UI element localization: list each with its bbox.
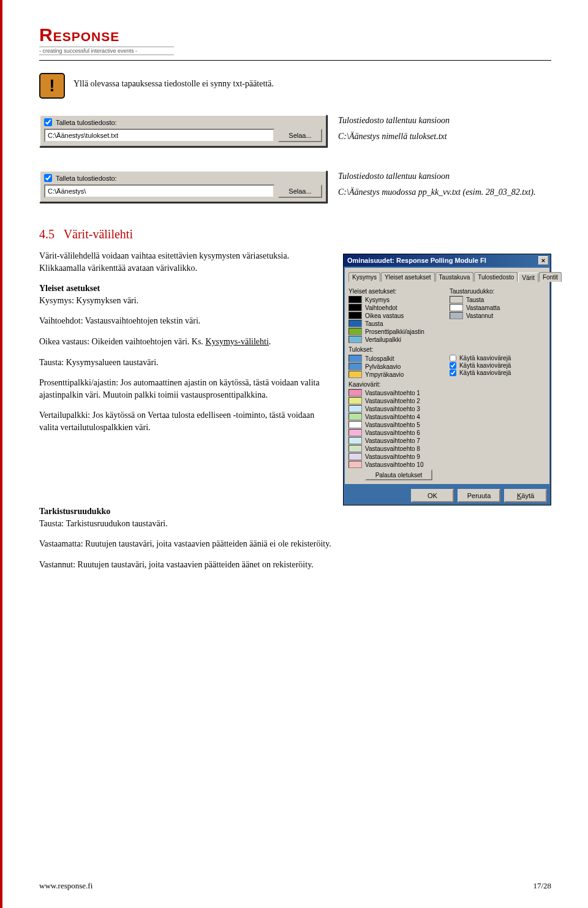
yleiset-row-3-swatch[interactable] xyxy=(349,320,362,327)
warning-text: Yllä olevassa tapauksessa tiedostolle ei… xyxy=(74,73,274,89)
dialog-title: Ominaisuudet: Response Polling Module FI xyxy=(347,257,486,264)
properties-dialog: Ominaisuudet: Response Polling Module FI… xyxy=(343,254,551,505)
tab-tulostiedosto[interactable]: Tulostiedosto xyxy=(474,272,518,282)
tausta-text: Tausta: Kysymysalueen taustaväri. xyxy=(39,357,331,369)
yleiset-row-4-swatch[interactable] xyxy=(349,328,362,335)
reset-defaults-button[interactable]: Palauta oletukset xyxy=(365,469,432,480)
kaavio-row-5-label: Vastausvaihtoehto 6 xyxy=(365,429,420,436)
tausta-row-0-swatch[interactable] xyxy=(450,296,463,303)
tulokset-chk-row-2: Käytä kaaviovärejä xyxy=(450,369,546,376)
tab-kysymys[interactable]: Kysymys xyxy=(349,272,380,282)
tulokset-row-0: Tulospalkit xyxy=(349,355,450,362)
yleiset-row-1: Vaihtoehdot xyxy=(349,304,450,311)
ok-button[interactable]: OK xyxy=(411,489,454,502)
warning-icon: ! xyxy=(39,73,65,99)
tausta-row-2-swatch[interactable] xyxy=(450,312,463,319)
logo-text: Response xyxy=(39,25,551,45)
use-chart-colors-label-1: Käytä kaaviovärejä xyxy=(459,362,511,369)
save-panel-1: Talleta tulostiedosto: Selaa... xyxy=(39,115,327,147)
tausta-row-2-label: Vastannut xyxy=(466,312,493,319)
logo-tagline: - creating successful interactive events… xyxy=(39,47,174,55)
tulokset-row-1-label: Pylväskaavio xyxy=(365,363,401,370)
kaavio-row-6-swatch[interactable] xyxy=(349,437,362,444)
kaavio-row-5-swatch[interactable] xyxy=(349,429,362,436)
use-chart-colors-checkbox-2[interactable] xyxy=(450,369,456,376)
kaavio-row-7-swatch[interactable] xyxy=(349,445,362,452)
tulokset-row-2-swatch[interactable] xyxy=(349,371,362,378)
panel2-note-line1: Tulostiedosto tallentuu kansioon xyxy=(338,172,551,181)
kaavio-row-9-label: Vastausvaihtoehto 10 xyxy=(365,461,423,468)
kysymys-link[interactable]: Kysymys-välilehti xyxy=(205,337,268,346)
kaavio-row-2-label: Vastausvaihtoehto 3 xyxy=(365,406,420,412)
kaavio-row-7: Vastausvaihtoehto 8 xyxy=(349,445,546,452)
panel2-note-line2: C:\Äänestys muodossa pp_kk_vv.txt (esim.… xyxy=(338,187,551,197)
save-checkbox-label-2: Talleta tulostiedosto: xyxy=(56,175,117,182)
kaavio-row-5: Vastausvaihtoehto 6 xyxy=(349,429,546,436)
kaavio-row-4-swatch[interactable] xyxy=(349,421,362,428)
apply-button[interactable]: Käytä xyxy=(504,489,547,502)
tab-taustakuva[interactable]: Taustakuva xyxy=(435,272,474,282)
tausta-row-1-swatch[interactable] xyxy=(450,304,463,311)
kaavio-row-0-swatch[interactable] xyxy=(349,389,362,396)
cancel-button[interactable]: Peruuta xyxy=(458,489,500,502)
tab-fontit[interactable]: Fontit xyxy=(539,272,562,282)
use-chart-colors-checkbox-0[interactable] xyxy=(450,355,456,361)
browse-button-1[interactable]: Selaa... xyxy=(278,129,322,142)
kaavio-row-9: Vastausvaihtoehto 10 xyxy=(349,461,546,468)
group-tulokset-label: Tulokset: xyxy=(349,346,546,353)
kaavio-row-1-label: Vastausvaihtoehto 2 xyxy=(365,398,420,404)
close-icon[interactable]: × xyxy=(538,256,548,265)
tulokset-chk-row-1: Käytä kaaviovärejä xyxy=(450,362,546,369)
path-input-2[interactable] xyxy=(44,184,274,198)
browse-button-2[interactable]: Selaa... xyxy=(278,184,322,198)
tarkistus-tausta-text: Tausta: Tarkistusruudukon taustaväri. xyxy=(39,519,168,528)
logo: Response - creating successful interacti… xyxy=(39,25,551,58)
kaavio-row-1: Vastausvaihtoehto 2 xyxy=(349,397,546,404)
vaihtoehdot-text: Vaihtoehdot: Vastausvaihtoehtojen teksti… xyxy=(39,315,331,327)
tab-värit[interactable]: Värit xyxy=(518,273,538,282)
kaavio-row-6: Vastausvaihtoehto 7 xyxy=(349,437,546,444)
kaavio-row-2-swatch[interactable] xyxy=(349,405,362,412)
yleiset-row-5-swatch[interactable] xyxy=(349,336,362,343)
yleiset-row-2-swatch[interactable] xyxy=(349,312,362,319)
tulokset-row-2: Ympyräkaavio xyxy=(349,371,450,378)
panel1-note-line1: Tulostiedosto tallentuu kansioon xyxy=(338,116,551,126)
yleiset-row-0-swatch[interactable] xyxy=(349,296,362,303)
footer-page: 17/28 xyxy=(533,881,551,891)
yleiset-row-5: Vertailupalkki xyxy=(349,336,450,343)
group-yleiset-label: Yleiset asetukset: xyxy=(349,288,450,295)
yleiset-row-0-label: Kysymys xyxy=(365,297,390,303)
yleiset-heading: Yleiset asetukset xyxy=(39,284,100,293)
oikea-vastaus-text: Oikea vastaus: Oikeiden vaihtoehtojen vä… xyxy=(39,336,331,348)
yleiset-row-0: Kysymys xyxy=(349,296,450,303)
kaavio-row-8-label: Vastausvaihtoehto 9 xyxy=(365,453,420,460)
kaavio-row-8: Vastausvaihtoehto 9 xyxy=(349,453,546,460)
save-checkbox-2[interactable] xyxy=(44,174,52,182)
kaavio-row-2: Vastausvaihtoehto 3 xyxy=(349,405,546,412)
vastannut-text: Vastannut: Ruutujen taustaväri, joita va… xyxy=(39,559,551,571)
tausta-row-1-label: Vastaamatta xyxy=(466,305,500,311)
footer-url: www.response.fi xyxy=(39,881,92,891)
kaavio-row-1-swatch[interactable] xyxy=(349,397,362,404)
tulokset-row-2-label: Ympyräkaavio xyxy=(365,371,404,378)
tulokset-row-0-swatch[interactable] xyxy=(349,355,362,362)
save-checkbox-1[interactable] xyxy=(44,118,52,126)
path-input-1[interactable] xyxy=(44,129,274,142)
use-chart-colors-label-0: Käytä kaaviovärejä xyxy=(459,355,511,361)
yleiset-row-3: Tausta xyxy=(349,320,450,327)
section-heading: 4.5 Värit-välilehti xyxy=(39,227,551,241)
use-chart-colors-checkbox-1[interactable] xyxy=(450,362,456,369)
tulokset-row-1-swatch[interactable] xyxy=(349,363,362,370)
kysymys-text: Kysymys: Kysymyksen väri. xyxy=(39,296,138,305)
yleiset-row-1-swatch[interactable] xyxy=(349,304,362,311)
group-tausta-label: Taustaruudukko: xyxy=(450,288,546,295)
kaavio-row-8-swatch[interactable] xyxy=(349,453,362,460)
vertailu-text: Vertailupalkki: Jos käytössä on Vertaa t… xyxy=(39,409,331,433)
kaavio-row-0-label: Vastausvaihtoehto 1 xyxy=(365,390,420,396)
yleiset-row-4: Prosenttipalkki/ajastin xyxy=(349,328,450,335)
kaavio-row-3-swatch[interactable] xyxy=(349,413,362,420)
tab-yleiset-asetukset[interactable]: Yleiset asetukset xyxy=(381,272,435,282)
tausta-row-0-label: Tausta xyxy=(466,297,484,303)
kaavio-row-9-swatch[interactable] xyxy=(349,461,362,468)
tulokset-row-1: Pylväskaavio xyxy=(349,363,450,370)
